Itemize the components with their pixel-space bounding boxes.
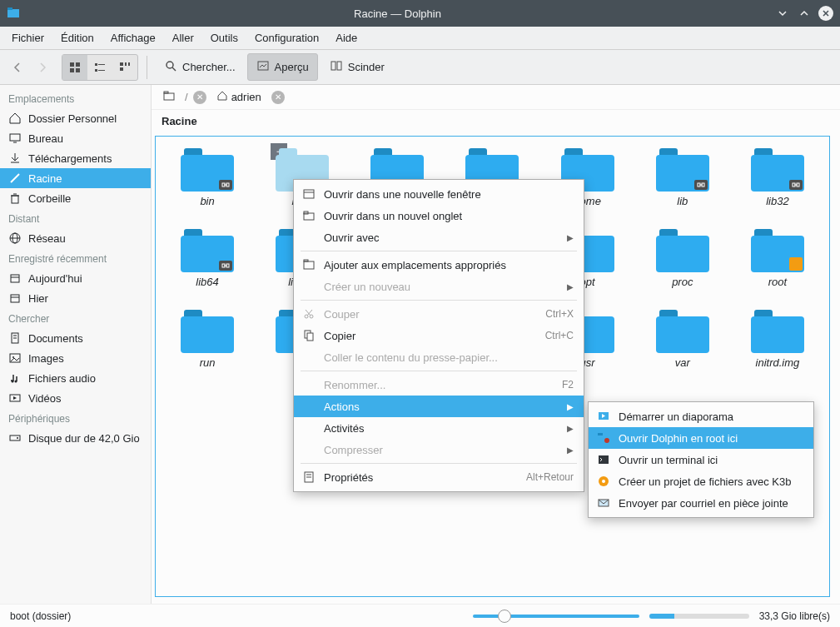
sidebar-item-racine[interactable]: Racine	[0, 168, 151, 188]
view-icons-button[interactable]	[62, 55, 87, 80]
path-close-icon[interactable]: ✕	[193, 91, 206, 104]
drive-icon	[8, 431, 22, 445]
ctx-actions[interactable]: Actions▶	[294, 396, 584, 417]
sidebar-item-images[interactable]: Images	[0, 348, 151, 368]
folder-var[interactable]: var	[639, 306, 726, 372]
sidebar-item-disque-dur-de-42,0-gio[interactable]: Disque dur de 42,0 Gio	[0, 428, 151, 448]
blank-icon	[302, 351, 316, 364]
search-icon	[164, 59, 177, 75]
ctx-ouvrir-avec[interactable]: Ouvrir avec▶	[294, 226, 584, 248]
sidebar-item-téléchargements[interactable]: Téléchargements	[0, 148, 151, 168]
path-root[interactable]	[158, 88, 180, 106]
props-icon	[302, 470, 316, 484]
path-home[interactable]: adrien	[211, 88, 266, 106]
ctx-activit-s[interactable]: Activités▶	[294, 417, 584, 439]
svg-point-78	[602, 480, 605, 483]
window-titlebar: Racine — Dolphin	[0, 0, 840, 27]
terminal-icon	[597, 453, 610, 466]
svg-rect-31	[11, 295, 19, 302]
ctx-ouvrir-un-terminal-ici[interactable]: Ouvrir un terminal ici	[589, 449, 813, 470]
view-details-button[interactable]	[112, 55, 137, 80]
menu-view[interactable]: Affichage	[102, 28, 164, 47]
ctx-cr-er-un-projet-de-fichiers-avec-k-b[interactable]: Créer un projet de fichiers avec K3b	[589, 470, 813, 492]
folder-lib32[interactable]: lib32	[734, 145, 821, 211]
svg-point-38	[12, 381, 14, 383]
ctx-ouvrir-dans-une-nouvelle-fen-tre[interactable]: Ouvrir dans une nouvelle fenêtre	[294, 183, 584, 205]
remote-heading: Distant	[0, 208, 151, 228]
svg-rect-74	[598, 433, 603, 435]
trash-icon	[8, 192, 22, 205]
sidebar-item-bureau[interactable]: Bureau	[0, 128, 151, 148]
menu-config[interactable]: Configuration	[246, 28, 327, 47]
sidebar-item-hier[interactable]: Hier	[0, 288, 151, 308]
folder-lib[interactable]: lib	[639, 145, 726, 211]
maximize-button[interactable]	[797, 6, 812, 21]
view-compact-button[interactable]	[87, 55, 112, 80]
svg-rect-76	[599, 455, 609, 464]
chevron-right-icon: ▶	[567, 282, 574, 291]
menu-file[interactable]: Fichier	[3, 28, 52, 47]
forward-button[interactable]	[32, 57, 53, 78]
folder-proc[interactable]: proc	[639, 226, 726, 291]
preview-button[interactable]: Aperçu	[247, 53, 318, 81]
path-close-icon[interactable]: ✕	[271, 91, 285, 104]
places-heading: Emplacements	[0, 88, 151, 108]
ctx-cr-er-un-nouveau: Créer un nouveau▶	[294, 276, 584, 297]
window-icon	[302, 187, 316, 201]
split-icon	[330, 59, 343, 75]
sidebar-item-réseau[interactable]: Réseau	[0, 228, 151, 248]
sidebar-item-aujourd'hui[interactable]: Aujourd'hui	[0, 268, 151, 288]
sidebar-item-vidéos[interactable]: Vidéos	[0, 388, 151, 408]
svg-rect-57	[304, 190, 314, 198]
ctx-envoyer-par-courriel-en-pi-ce-jointe[interactable]: Envoyer par courriel en pièce jointe	[589, 492, 813, 514]
mail-icon	[597, 496, 610, 510]
menu-tools[interactable]: Outils	[202, 28, 246, 47]
ctx-d-marrer-un-diaporama[interactable]: Démarrer un diaporama	[589, 406, 813, 427]
minimize-button[interactable]	[775, 6, 790, 21]
folder-initrd.img[interactable]: initrd.img	[734, 306, 821, 372]
blank-icon	[302, 231, 316, 244]
svg-rect-62	[304, 260, 308, 261]
svg-rect-7	[98, 64, 105, 65]
menu-go[interactable]: Aller	[164, 28, 202, 47]
sidebar-item-dossier-personnel[interactable]: Dossier Personnel	[0, 108, 151, 128]
ctx-ouvrir-dans-un-nouvel-onglet[interactable]: Ouvrir dans un nouvel onglet	[294, 205, 584, 226]
ctx-ajouter-aux-emplacements-appropri-s[interactable]: Ajouter aux emplacements appropriés	[294, 254, 584, 276]
k3b-icon	[597, 475, 610, 488]
folder-root[interactable]: root	[734, 226, 821, 291]
devices-heading: Périphériques	[0, 408, 151, 428]
blank-icon	[302, 400, 316, 413]
dolphin-root-icon	[597, 431, 610, 445]
svg-rect-8	[95, 69, 97, 72]
sidebar-item-corbeille[interactable]: Corbeille	[0, 188, 151, 208]
free-space-label: 33,3 Gio libre(s)	[759, 610, 830, 622]
image-icon	[8, 351, 22, 365]
search-button[interactable]: Chercher...	[156, 54, 244, 80]
svg-rect-11	[125, 62, 127, 66]
chevron-right-icon: ▶	[567, 424, 574, 433]
folder-bin[interactable]: bin	[164, 145, 251, 211]
folder-run[interactable]: run	[164, 306, 251, 372]
copy-icon	[302, 329, 316, 342]
sidebar-item-fichiers-audio[interactable]: Fichiers audio	[0, 368, 151, 388]
sidebar-item-documents[interactable]: Documents	[0, 328, 151, 348]
menu-edit[interactable]: Édition	[52, 28, 102, 47]
statusbar: boot (dossier) 33,3 Gio libre(s)	[0, 604, 840, 627]
folder-icon	[751, 310, 804, 353]
tab-icon	[302, 209, 316, 222]
zoom-slider[interactable]	[473, 615, 639, 618]
svg-rect-0	[7, 9, 19, 17]
home-icon	[8, 112, 22, 125]
bookmark-icon	[302, 258, 316, 271]
folder-lib64[interactable]: lib64	[164, 226, 251, 291]
back-button[interactable]	[7, 57, 28, 78]
svg-point-22	[11, 181, 12, 182]
window-title: Racine — Dolphin	[20, 7, 775, 20]
ctx-copier[interactable]: CopierCtrl+C	[294, 325, 584, 346]
calendar-icon	[8, 271, 22, 285]
menu-help[interactable]: Aide	[327, 28, 365, 47]
ctx-propri-t-s[interactable]: PropriétésAlt+Retour	[294, 466, 584, 488]
ctx-ouvrir-dolphin-en-root-ici[interactable]: Ouvrir Dolphin en root ici	[589, 427, 813, 449]
split-button[interactable]: Scinder	[321, 54, 393, 80]
close-button[interactable]	[818, 6, 833, 21]
